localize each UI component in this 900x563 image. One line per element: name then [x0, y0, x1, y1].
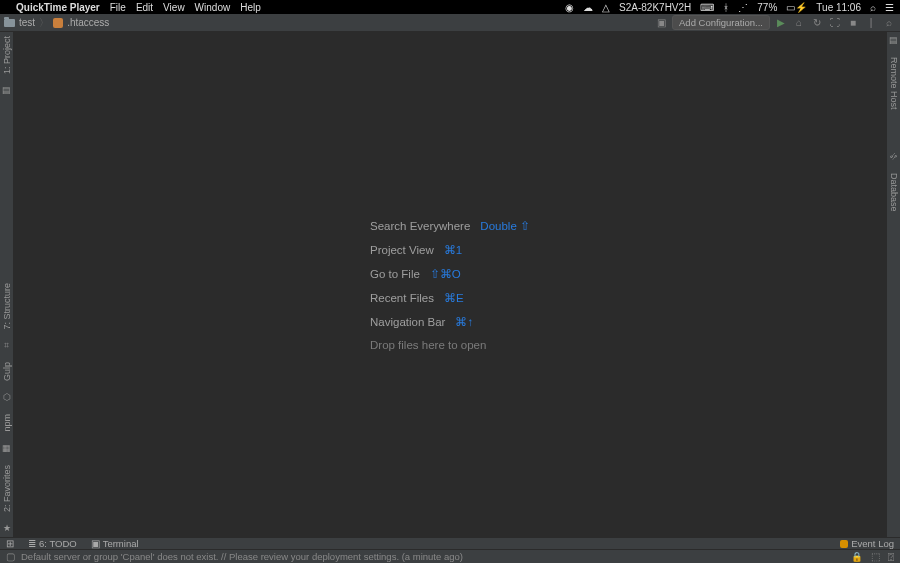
editor-area[interactable]: Search Everywhere Double ⇧ Project View … — [14, 32, 886, 537]
battery-icon[interactable]: ▭⚡ — [786, 2, 807, 13]
menu-view[interactable]: View — [163, 2, 185, 13]
profile-icon[interactable]: ⛶ — [828, 16, 842, 30]
tool-gulp[interactable]: Gulp — [2, 362, 12, 381]
deployment-icon[interactable]: ▣ — [654, 16, 668, 30]
breadcrumb-project[interactable]: test — [19, 17, 35, 28]
ide-toolbar: test 〉 .htaccess ▣ Add Configuration... … — [0, 14, 900, 32]
coverage-icon[interactable]: ↻ — [810, 16, 824, 30]
gulp-tool-icon[interactable]: ⬡ — [3, 393, 11, 402]
triangle-icon[interactable]: △ — [602, 2, 610, 13]
breadcrumb-separator: 〉 — [39, 16, 49, 30]
hint-recent-files: Recent Files ⌘E — [370, 291, 530, 305]
add-configuration-button[interactable]: Add Configuration... — [672, 15, 770, 30]
hint-label: Search Everywhere — [370, 220, 470, 232]
hint-go-to-file: Go to File ⇧⌘O — [370, 267, 530, 281]
status-icon[interactable]: ▢ — [6, 551, 15, 562]
breadcrumb-file[interactable]: .htaccess — [67, 17, 109, 28]
hint-shortcut: ⇧⌘O — [430, 267, 461, 281]
hint-project-view: Project View ⌘1 — [370, 243, 530, 257]
welcome-hints: Search Everywhere Double ⇧ Project View … — [370, 219, 530, 351]
htaccess-file-icon — [53, 18, 63, 28]
favorites-star-icon[interactable]: ★ — [3, 524, 11, 533]
menu-edit[interactable]: Edit — [136, 2, 153, 13]
tool-structure[interactable]: 7: Structure — [2, 283, 12, 330]
hint-label: Recent Files — [370, 292, 434, 304]
workspace: 1: Project ▤ 7: Structure ⌗ Gulp ⬡ npm ▦… — [0, 32, 900, 537]
host-name: S2A-82K7HV2H — [619, 2, 691, 13]
breadcrumb[interactable]: test 〉 .htaccess — [4, 16, 109, 30]
remote-host-icon[interactable]: ▤ — [889, 36, 898, 45]
hint-shortcut: ⌘E — [444, 291, 464, 305]
status-message: Default server or group 'Cpanel' does no… — [21, 551, 463, 562]
memory-indicator[interactable]: ⬚ — [871, 551, 880, 562]
menu-help[interactable]: Help — [240, 2, 261, 13]
macos-menubar: QuickTime Player File Edit View Window H… — [0, 0, 900, 14]
bottom-tool-tabs: ⊞ ≣ 6: TODO ▣ Terminal Event Log — [0, 537, 900, 549]
hint-shortcut: Double ⇧ — [480, 219, 530, 233]
hint-navigation-bar: Navigation Bar ⌘↑ — [370, 315, 530, 329]
terminal-icon: ▣ — [91, 538, 100, 549]
spotlight-icon[interactable]: ⌕ — [870, 2, 876, 13]
app-name[interactable]: QuickTime Player — [16, 2, 100, 13]
keyboard-icon[interactable]: ⌨ — [700, 2, 714, 13]
tool-database[interactable]: Database — [889, 173, 899, 212]
right-tool-strip: ▤ Remote Host 🝰 Database — [886, 32, 900, 537]
hint-label: Drop files here to open — [370, 339, 486, 351]
record-icon[interactable]: ◉ — [565, 2, 574, 13]
debug-icon[interactable]: ⌂ — [792, 16, 806, 30]
battery-percent[interactable]: 77% — [757, 2, 777, 13]
stop-icon[interactable]: ■ — [846, 16, 860, 30]
tab-todo[interactable]: ≣ 6: TODO — [28, 538, 77, 549]
hint-shortcut: ⌘↑ — [455, 315, 473, 329]
status-bar: ▢ Default server or group 'Cpanel' does … — [0, 549, 900, 563]
hint-label: Navigation Bar — [370, 316, 445, 328]
run-icon[interactable]: ▶ — [774, 16, 788, 30]
tool-favorites[interactable]: 2: Favorites — [2, 465, 12, 512]
hint-label: Project View — [370, 244, 434, 256]
database-icon[interactable]: 🝰 — [889, 152, 898, 161]
wifi-icon[interactable]: ⋰ — [738, 2, 748, 13]
tool-project[interactable]: 1: Project — [2, 36, 12, 74]
todo-icon: ≣ — [28, 538, 36, 549]
project-folder-icon[interactable]: ▤ — [2, 86, 11, 95]
clock[interactable]: Tue 11:06 — [816, 2, 861, 13]
event-log-icon — [840, 540, 848, 548]
divider: | — [864, 16, 878, 30]
hint-drop-files: Drop files here to open — [370, 339, 530, 351]
menu-window[interactable]: Window — [195, 2, 231, 13]
menu-file[interactable]: File — [110, 2, 126, 13]
hint-label: Go to File — [370, 268, 420, 280]
lock-icon[interactable]: 🔒 — [851, 551, 863, 562]
tab-terminal[interactable]: ▣ Terminal — [91, 538, 139, 549]
hint-shortcut: ⌘1 — [444, 243, 462, 257]
help-icon[interactable]: ⍰ — [888, 551, 894, 562]
left-tool-strip: 1: Project ▤ 7: Structure ⌗ Gulp ⬡ npm ▦… — [0, 32, 14, 537]
tab-event-log[interactable]: Event Log — [840, 538, 894, 549]
tool-remote-host[interactable]: Remote Host — [889, 57, 899, 110]
structure-tool-icon[interactable]: ⌗ — [4, 341, 9, 350]
bluetooth-icon[interactable]: ᚼ — [723, 2, 729, 13]
control-center-icon[interactable]: ☰ — [885, 2, 894, 13]
hint-search-everywhere: Search Everywhere Double ⇧ — [370, 219, 530, 233]
npm-tool-icon[interactable]: ▦ — [2, 444, 11, 453]
cloud-icon[interactable]: ☁ — [583, 2, 593, 13]
search-icon[interactable]: ⌕ — [882, 16, 896, 30]
windows-icon[interactable]: ⊞ — [6, 538, 14, 549]
folder-icon — [4, 19, 15, 27]
tool-npm[interactable]: npm — [2, 414, 12, 432]
